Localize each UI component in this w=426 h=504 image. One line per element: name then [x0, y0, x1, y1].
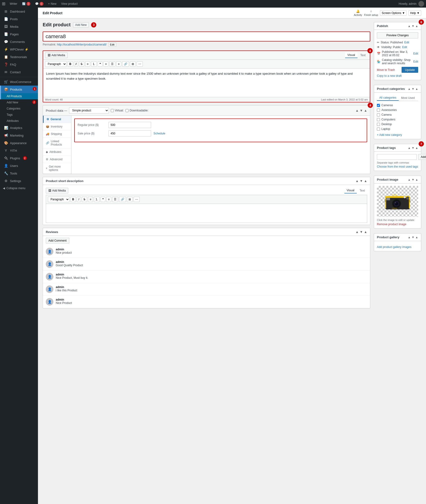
reviews-expand-btn[interactable]: ▼ — [360, 230, 363, 234]
admin-bar-updates[interactable]: 🔄 3 — [21, 2, 32, 6]
short-bold-btn[interactable]: B — [71, 197, 76, 202]
table-btn[interactable]: ⊞ — [130, 61, 136, 67]
cat-checkbox-assessories[interactable] — [377, 109, 380, 112]
product-tab-attributes[interactable]: ◆ Attributes — [43, 148, 71, 156]
short-bq-btn[interactable]: ❝ — [100, 197, 105, 202]
sidebar-item-contact[interactable]: ✉ Contact — [0, 68, 38, 76]
align-right-btn[interactable]: ≡ — [116, 61, 121, 67]
short-desc-toggle-btn[interactable]: ▲ — [364, 179, 367, 183]
product-tab-general[interactable]: ⚙ General — [43, 116, 71, 123]
product-data-collapse-btn[interactable]: ▲ — [355, 109, 359, 112]
align-center-btn[interactable]: ☰ — [109, 61, 115, 67]
cat-checkbox-laptop[interactable] — [377, 127, 380, 131]
tags-toggle-btn[interactable]: ▲ — [415, 146, 418, 150]
downloadable-checkbox[interactable] — [126, 109, 128, 112]
product-data-close-btn[interactable]: ▲ — [364, 109, 367, 112]
editor-content[interactable]: Lorem Ipsum has been the industrys stand… — [43, 69, 370, 97]
short-al-btn[interactable]: ≡ — [106, 197, 111, 202]
sidebar-item-users[interactable]: 👤 Users — [0, 162, 38, 169]
product-tab-get-more[interactable]: + Get more options — [43, 163, 71, 174]
cat-toggle-btn[interactable]: ▲ — [415, 87, 418, 91]
cat-checkbox-camera[interactable] — [377, 113, 380, 116]
publish-visibility-edit[interactable]: Edit — [402, 46, 407, 49]
permalink-url[interactable]: http://localhost/Writer/product/camera8/ — [57, 43, 106, 46]
short-link-btn[interactable]: 🔗 — [119, 197, 126, 202]
sidebar-item-pages[interactable]: 📑 Pages — [0, 30, 38, 38]
add-new-category-link[interactable]: + Add new category — [377, 133, 418, 137]
short-paragraph-select[interactable]: Paragraph — [48, 196, 70, 202]
sidebar-item-dashboard[interactable]: ⊞ Dashboard — [0, 7, 38, 15]
sale-price-input[interactable] — [108, 130, 151, 137]
sidebar-item-settings[interactable]: ⚙ Settings — [0, 177, 38, 185]
bold-btn[interactable]: B — [68, 61, 73, 67]
image-collapse-btn[interactable]: ▲ — [408, 178, 411, 181]
add-media-btn[interactable]: 🖼 Add Media — [45, 52, 68, 58]
cat-checkbox-computers[interactable] — [377, 118, 380, 121]
tags-common-link[interactable]: Choose from the most used tags — [377, 165, 418, 168]
strikethrough-btn[interactable]: S̶ — [79, 61, 84, 67]
sidebar-item-media[interactable]: 🖼 Media — [0, 23, 38, 30]
tags-add-btn[interactable]: Add — [418, 154, 426, 160]
gallery-collapse-btn[interactable]: ▲ — [408, 236, 411, 239]
schedule-link[interactable]: Schedule — [153, 132, 165, 135]
screen-options-btn[interactable]: Screen Options ▼ — [380, 10, 406, 16]
reviews-toggle-btn[interactable]: ▲ — [364, 230, 367, 234]
all-categories-tab[interactable]: All categories — [377, 95, 399, 101]
link-btn[interactable]: 🔗 — [122, 61, 129, 67]
add-gallery-images-link[interactable]: Add product gallery images — [377, 245, 418, 249]
short-more-btn[interactable]: ⋯ — [134, 197, 140, 202]
copy-to-draft-link[interactable]: Copy to a new draft — [377, 74, 418, 77]
sidebar-item-products[interactable]: 📦 Products 1 — [0, 86, 38, 93]
sidebar-subitem-tags[interactable]: Tags — [0, 112, 38, 118]
sidebar-subitem-all-products[interactable]: All Products — [0, 93, 38, 99]
product-tab-linked[interactable]: 🔗 Linked Products — [43, 138, 71, 148]
add-comment-btn[interactable]: Add Comment — [46, 238, 69, 244]
move-to-trash-link[interactable]: Move to Trash — [377, 68, 395, 72]
add-new-button[interactable]: Add New — [73, 22, 89, 28]
short-tb-btn[interactable]: ⊞ — [127, 197, 133, 202]
sidebar-subitem-categories[interactable]: Categories — [0, 105, 38, 112]
most-used-tab[interactable]: Most Used — [399, 95, 417, 101]
update-btn[interactable]: Update — [402, 67, 418, 73]
remove-image-link[interactable]: Remove product image — [377, 223, 406, 226]
finish-setup-btn[interactable]: ○ Finish setup — [364, 9, 378, 16]
short-italic-btn[interactable]: I — [77, 197, 81, 202]
product-tab-inventory[interactable]: 📦 Inventory — [43, 123, 71, 130]
short-editor-content[interactable] — [46, 204, 367, 223]
publish-collapse-btn[interactable]: ▲ — [408, 24, 411, 28]
catalog-edit[interactable]: Edit — [413, 60, 418, 63]
cat-checkbox-desktop[interactable] — [377, 123, 380, 126]
short-strike-btn[interactable]: S̶ — [82, 197, 87, 202]
permalink-edit-btn[interactable]: Edit — [108, 42, 116, 47]
sidebar-item-faq[interactable]: ❓ FAQ — [0, 61, 38, 68]
help-btn[interactable]: Help ▼ — [408, 10, 421, 16]
regular-price-input[interactable] — [108, 122, 151, 128]
collapse-menu[interactable]: ◀ Collapse menu — [0, 185, 38, 192]
sidebar-item-comments[interactable]: 💬 Comments — [0, 38, 38, 46]
sidebar-item-plugins[interactable]: 🔌 Plugins 2 — [0, 154, 38, 162]
ol-btn[interactable]: 1. — [91, 61, 97, 67]
admin-bar-view-product[interactable]: View product — [60, 2, 79, 6]
admin-bar-new[interactable]: + New — [47, 2, 58, 6]
user-avatar[interactable] — [419, 1, 424, 7]
product-tab-shipping[interactable]: 🚚 Shipping — [43, 130, 71, 138]
tags-input[interactable] — [377, 154, 417, 160]
italic-btn[interactable]: I — [74, 61, 78, 67]
wp-logo[interactable]: ⊞ — [2, 1, 6, 7]
image-expand-btn[interactable]: ▼ — [412, 178, 414, 181]
cat-collapse-btn[interactable]: ▲ — [408, 87, 411, 91]
sidebar-item-analytics[interactable]: 📊 Analytics — [0, 124, 38, 132]
short-ac-btn[interactable]: ☰ — [112, 197, 118, 202]
sidebar-item-posts[interactable]: 📄 Posts — [0, 15, 38, 23]
activity-btn[interactable]: 🔔 Activity — [354, 9, 362, 16]
publish-date-edit[interactable]: Edit — [413, 52, 418, 55]
gallery-toggle-btn[interactable]: ▲ — [415, 236, 418, 239]
short-desc-tab-text[interactable]: Text — [357, 188, 367, 193]
short-desc-tab-visual[interactable]: Visual — [344, 188, 357, 193]
tags-collapse-btn[interactable]: ▲ — [408, 146, 411, 150]
publish-expand-btn[interactable]: ▼ — [412, 24, 414, 28]
product-type-select[interactable]: Simple product Variable product Grouped … — [69, 107, 109, 113]
align-left-btn[interactable]: ≡ — [103, 61, 108, 67]
editor-tab-visual[interactable]: Visual — [345, 52, 357, 58]
reviews-collapse-btn[interactable]: ▲ — [355, 230, 359, 234]
